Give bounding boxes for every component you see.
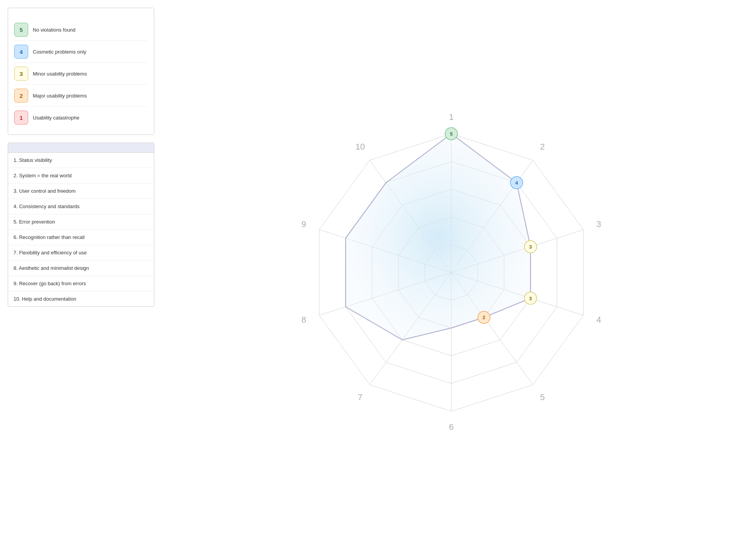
legend-label: No violations found <box>33 27 76 33</box>
svg-text:5: 5 <box>540 392 545 402</box>
svg-text:3: 3 <box>529 244 532 250</box>
svg-text:3: 3 <box>529 296 532 301</box>
legend-label: Major usability problems <box>33 93 87 99</box>
heuristic-item: 8. Aesthetic and minimalist design <box>8 261 154 276</box>
heuristic-item: 7. Flexibility and efficiency of use <box>8 245 154 261</box>
legend-badge: 2 <box>14 89 28 103</box>
heuristic-item: 1. Status visibility <box>8 153 154 168</box>
svg-text:2: 2 <box>540 142 545 151</box>
heuristic-item: 3. User control and freedom <box>8 183 154 199</box>
legend-item: 2 Major usability problems <box>14 84 148 106</box>
heuristic-item: 10. Help and documentation <box>8 291 154 306</box>
right-panel: 54332 12345678910 <box>154 8 748 537</box>
radar-svg: 54332 12345678910 <box>278 99 625 446</box>
svg-text:5: 5 <box>450 131 452 137</box>
legend-label: Usability catastrophe <box>33 115 79 121</box>
svg-text:2: 2 <box>483 315 485 320</box>
legend-badge: 4 <box>14 45 28 59</box>
legend-badge: 1 <box>14 111 28 124</box>
heuristic-item: 9. Recover (go back) from errors <box>8 276 154 291</box>
legend-label: Minor usability problems <box>33 71 87 77</box>
svg-text:7: 7 <box>358 392 363 402</box>
svg-text:6: 6 <box>449 422 454 432</box>
heuristic-item: 4. Consistency and standards <box>8 199 154 214</box>
svg-text:4: 4 <box>515 180 518 186</box>
legend-item: 3 Minor usability problems <box>14 62 148 84</box>
legend-badge: 5 <box>14 23 28 37</box>
left-panel: 5 No violations found 4 Cosmetic problem… <box>8 8 154 537</box>
svg-text:8: 8 <box>302 315 306 325</box>
radar-chart: 54332 12345678910 <box>278 99 625 446</box>
svg-marker-15 <box>346 134 530 340</box>
legend-badge: 3 <box>14 67 28 81</box>
legend-item: 4 Cosmetic problems only <box>14 40 148 62</box>
svg-text:10: 10 <box>355 142 364 151</box>
heuristic-item: 6. Recognition rather than recall <box>8 230 154 245</box>
svg-text:9: 9 <box>302 219 306 229</box>
heuristic-item: 2. System = the real world <box>8 168 154 183</box>
heuristic-item: 5. Error prevention <box>8 214 154 230</box>
legend-item: 5 No violations found <box>14 19 148 40</box>
legend-label: Cosmetic problems only <box>33 49 86 55</box>
svg-text:3: 3 <box>596 219 601 229</box>
heuristics-box: 1. Status visibility2. System = the real… <box>8 143 154 307</box>
legend-item: 1 Usability catastrophe <box>14 106 148 128</box>
legend-box: 5 No violations found 4 Cosmetic problem… <box>8 8 154 135</box>
svg-text:4: 4 <box>596 315 601 325</box>
heuristics-header <box>8 143 154 153</box>
svg-text:1: 1 <box>449 112 454 122</box>
